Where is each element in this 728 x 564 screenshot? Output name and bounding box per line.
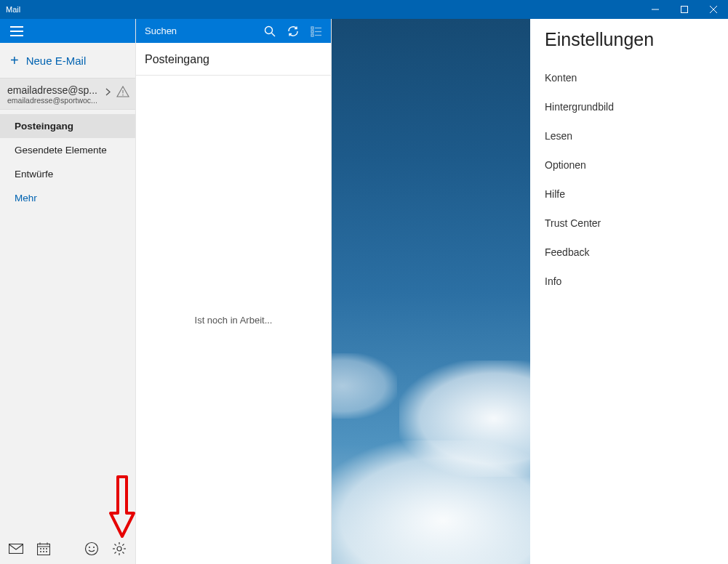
settings-item-options[interactable]: Optionen — [545, 150, 713, 180]
settings-item-info[interactable]: Info — [545, 267, 713, 296]
settings-item-reading[interactable]: Lesen — [545, 121, 713, 150]
message-list-pane: Suchen Posteingang Ist noch in Arbeit... — [136, 19, 332, 564]
maximize-button[interactable] — [670, 0, 699, 19]
svg-rect-1 — [681, 7, 688, 13]
svg-point-17 — [86, 543, 98, 555]
hamburger-button[interactable] — [0, 19, 135, 43]
feedback-smiley-icon[interactable] — [83, 540, 100, 557]
settings-title: Einstellungen — [545, 29, 713, 50]
folder-drafts[interactable]: Entwürfe — [0, 162, 135, 186]
new-mail-label: Neue E-Mail — [26, 55, 87, 67]
minimize-button[interactable] — [641, 0, 670, 19]
svg-point-18 — [89, 547, 90, 548]
svg-point-5 — [122, 94, 124, 96]
plus-icon: + — [10, 53, 19, 68]
close-button[interactable] — [699, 0, 728, 19]
search-input[interactable]: Suchen — [145, 25, 263, 36]
empty-state-text: Ist noch in Arbeit... — [136, 76, 331, 564]
settings-item-background[interactable]: Hintergrundbild — [545, 92, 713, 121]
account-email: emailadresse@sportwoc... — [7, 96, 109, 105]
folder-sent[interactable]: Gesendete Elemente — [0, 138, 135, 162]
settings-item-accounts[interactable]: Konten — [545, 63, 713, 92]
folder-more[interactable]: Mehr — [0, 186, 135, 210]
account-name: emailadresse@sp... — [7, 84, 100, 96]
search-bar[interactable]: Suchen — [136, 19, 331, 43]
svg-point-19 — [93, 547, 95, 548]
window-title: Mail — [6, 5, 20, 14]
svg-line-26 — [122, 552, 124, 553]
mail-icon[interactable] — [7, 540, 25, 557]
window-controls — [641, 0, 728, 19]
svg-point-20 — [117, 547, 121, 551]
warning-icon — [116, 86, 129, 100]
settings-item-help[interactable]: Hilfe — [545, 180, 713, 209]
folder-inbox[interactable]: Posteingang — [0, 114, 135, 138]
svg-line-25 — [115, 544, 116, 546]
titlebar: Mail — [0, 0, 728, 19]
sidebar-bottom-bar — [0, 533, 135, 564]
new-mail-button[interactable]: + Neue E-Mail — [0, 43, 135, 78]
search-icon[interactable] — [263, 24, 277, 39]
folder-list: Posteingang Gesendete Elemente Entwürfe … — [0, 110, 135, 210]
settings-item-feedback[interactable]: Feedback — [545, 238, 713, 267]
svg-rect-31 — [311, 27, 313, 29]
navigation-sidebar: + Neue E-Mail emailadresse@sp... emailad… — [0, 19, 136, 564]
sync-icon[interactable] — [286, 24, 300, 39]
reading-pane — [332, 19, 530, 564]
gear-icon[interactable] — [111, 540, 128, 557]
app-body: + Neue E-Mail emailadresse@sp... emailad… — [0, 19, 728, 564]
settings-item-trust-center[interactable]: Trust Center — [545, 209, 713, 238]
svg-point-29 — [265, 26, 273, 33]
chevron-right-icon — [105, 87, 111, 98]
svg-line-30 — [272, 33, 276, 36]
hamburger-icon — [10, 26, 23, 36]
select-mode-icon[interactable] — [309, 24, 324, 39]
current-folder-title: Posteingang — [136, 43, 331, 76]
svg-line-28 — [122, 544, 124, 546]
svg-line-27 — [115, 552, 116, 553]
svg-rect-35 — [311, 34, 313, 36]
svg-rect-33 — [311, 31, 313, 33]
calendar-icon[interactable] — [35, 540, 52, 557]
account-selector[interactable]: emailadresse@sp... emailadresse@sportwoc… — [0, 78, 135, 110]
settings-pane: Einstellungen Konten Hintergrundbild Les… — [530, 19, 728, 564]
